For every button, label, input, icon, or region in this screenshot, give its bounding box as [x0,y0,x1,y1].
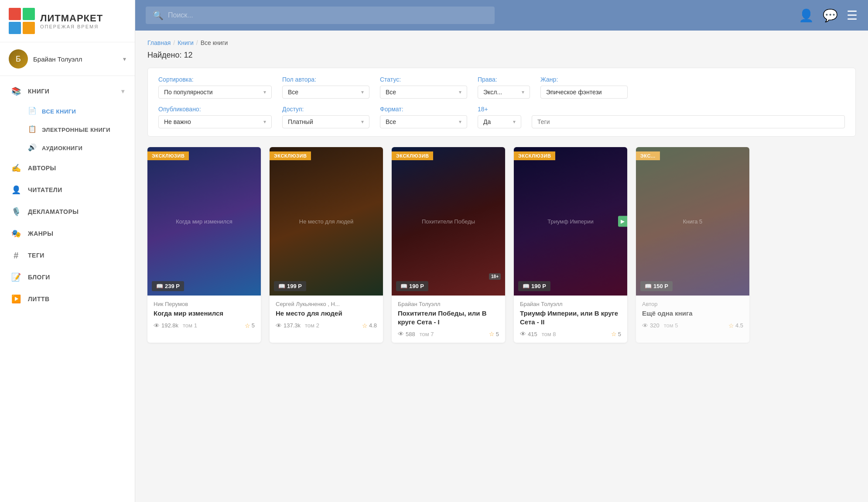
filter-sort-group: Сортировка: По популярности ▾ [158,76,272,99]
logo-icon [9,8,35,34]
user-section[interactable]: Б Брайан Толуэлл ▾ [0,42,135,76]
book-card-2[interactable]: Не место для людей ЭКСКЛЮЗИВ 📖 199 Р Сер… [270,147,383,343]
menu-icon[interactable]: ☰ [847,8,858,23]
filter-rights-label: Права: [478,76,530,83]
filter-genre-value: Эпическое фэнтези [546,89,602,96]
star-icon-4: ☆ [611,330,617,337]
sidebar-item-books[interactable]: 📚 КНИГИ ▾ [0,80,135,102]
svg-rect-1 [23,8,35,20]
sidebar-item-all-books[interactable]: 📄 ВСЕ КНИГИ [0,102,135,120]
status-chevron-icon: ▾ [455,89,461,95]
book-icon-3: 📖 [400,283,407,289]
main-content: 🔍 👤 💬 ☰ Главная / Книги / Все книги Найд… [135,0,868,502]
sidebar-item-litttv-label: ЛИТТВ [28,296,50,303]
tags-icon: # [10,250,22,261]
filter-genre-group: Жанр: Эпическое фэнтези [540,76,628,99]
filter-tags-input[interactable] [532,115,845,128]
rights-chevron-icon: ▾ [518,89,524,95]
sidebar-item-declamators-label: ДЕКЛАМАТОРЫ [28,208,79,215]
books-submenu: 📄 ВСЕ КНИГИ 📋 ЭЛЕКТРОННЫЕ КНИГИ 🔊 АУДИОК… [0,102,135,157]
search-input[interactable] [168,11,488,19]
book-cover-2: Не место для людей [270,147,383,296]
book-title-2: Не место для людей [276,309,377,318]
chat-icon[interactable]: 💬 [823,8,838,23]
results-count: Найдено: 12 [147,51,856,60]
svg-rect-2 [9,22,21,34]
book-cover-container-3: Похитители Победы ЭКСКЛЮЗИВ 📖 190 Р 18+ [392,147,505,296]
user-name: Брайан Толуэлл [33,55,82,63]
filter-gender-group: Пол автора: Все ▾ [282,76,369,99]
blogs-icon: 📝 [10,272,22,283]
sidebar-item-litttv[interactable]: ▶️ ЛИТТВ [0,288,135,310]
book-cover-container-2: Не место для людей ЭКСКЛЮЗИВ 📖 199 Р [270,147,383,296]
sidebar-item-genres[interactable]: 🎭 ЖАНРЫ [0,223,135,244]
chevron-down-icon: ▾ [121,88,125,95]
topbar: 🔍 👤 💬 ☰ [135,0,868,31]
book-volume-2: том 2 [305,322,319,329]
sidebar-item-authors[interactable]: ✍️ АВТОРЫ [0,157,135,179]
filter-format-select[interactable]: Все ▾ [380,115,467,128]
book-title-3: Похитители Победы, или В круге Сета - I [398,309,499,326]
book-meta-5: 👁 320 том 5 ☆ 4.5 [642,322,743,329]
filter-format-group: Формат: Все ▾ [380,106,467,128]
filter-published-value: Не важно [164,118,191,125]
price-badge-4: 📖 190 Р [518,281,550,291]
sidebar-item-audiobooks[interactable]: 🔊 АУДИОКНИГИ [0,139,135,157]
filter-18plus-select[interactable]: Да ▾ [478,115,521,128]
filter-rights-select[interactable]: Эксл... ▾ [478,86,530,99]
sidebar-item-audiobooks-label: АУДИОКНИГИ [42,145,82,151]
breadcrumb-home[interactable]: Главная [147,39,171,46]
book-info-3: Брайан Толуэлл Похитители Победы, или В … [392,296,505,343]
book-volume-4: том 8 [542,331,556,337]
book-card-1[interactable]: Когда мир изменился ЭКСКЛЮЗИВ 📖 239 Р Ни… [147,147,261,343]
book-info-4: Брайан Толуэлл Триумф Империи, или В кру… [514,296,627,343]
filter-18plus-group: 18+ Да ▾ [478,106,521,128]
filter-gender-label: Пол автора: [282,76,369,83]
filter-status-label: Статус: [380,76,467,83]
book-card-3[interactable]: Похитители Победы ЭКСКЛЮЗИВ 📖 190 Р 18+ … [392,147,505,343]
price-badge-1: 📖 239 Р [152,281,184,291]
sidebar-item-blogs[interactable]: 📝 БЛОГИ [0,266,135,288]
search-container[interactable]: 🔍 [146,7,495,24]
content-area: Главная / Книги / Все книги Найдено: 12 … [135,31,868,502]
exclusive-badge-3: ЭКСКЛЮЗИВ [392,151,433,160]
filter-status-select[interactable]: Все ▾ [380,86,467,99]
sidebar-item-genres-label: ЖАНРЫ [28,230,53,237]
authors-icon: ✍️ [10,162,22,174]
book-card-4[interactable]: Триумф Империи ЭКСКЛЮЗИВ 📖 190 Р ▶ Брайа… [514,147,627,343]
book-cover-container-1: Когда мир изменился ЭКСКЛЮЗИВ 📖 239 Р [147,147,261,296]
search-icon: 🔍 [153,10,164,21]
books-grid: Когда мир изменился ЭКСКЛЮЗИВ 📖 239 Р Ни… [147,147,856,343]
sidebar-item-tags-label: ТЕГИ [28,252,44,259]
audio-badge-4: ▶ [618,216,627,227]
sidebar-item-readers-label: ЧИТАТЕЛИ [28,186,62,193]
breadcrumb-books[interactable]: Книги [178,39,194,46]
star-icon-3: ☆ [489,330,495,337]
logo-text: ЛИТМАРКЕТ ОПЕРЕЖАЯ ВРЕМЯ [40,13,103,29]
sidebar-item-declamators[interactable]: 🎙️ ДЕКЛАМАТОРЫ [0,201,135,223]
filter-access-select[interactable]: Платный ▾ [282,115,369,128]
ebooks-icon: 📋 [28,125,38,134]
book-cover-container-4: Триумф Империи ЭКСКЛЮЗИВ 📖 190 Р ▶ [514,147,627,296]
filter-sort-select[interactable]: По популярности ▾ [158,86,272,99]
book-meta-3: 👁 588 том 7 ☆ 5 [398,330,499,337]
filter-genre-select[interactable]: Эпическое фэнтези [540,86,628,99]
published-chevron-icon: ▾ [260,119,266,125]
eye-icon-1: 👁 [154,322,160,329]
nav-section: 📚 КНИГИ ▾ 📄 ВСЕ КНИГИ 📋 ЭЛЕКТРОННЫЕ КНИГ… [0,76,135,314]
filters-panel: Сортировка: По популярности ▾ Пол автора… [147,68,856,137]
filter-gender-select[interactable]: Все ▾ [282,86,369,99]
price-badge-2: 📖 199 Р [274,281,306,291]
book-cover-5: Книга 5 [636,147,749,296]
book-author-1: Ник Перумов [154,301,255,307]
book-rating-2: ☆ 4.8 [362,322,377,329]
eye-icon-2: 👁 [276,322,282,329]
book-card-5[interactable]: Книга 5 ЭКС... 📖 150 Р Автор Ещё одна кн… [636,147,749,343]
profile-icon[interactable]: 👤 [799,8,814,23]
filter-published-select[interactable]: Не важно ▾ [158,115,272,128]
sidebar-item-ebooks[interactable]: 📋 ЭЛЕКТРОННЫЕ КНИГИ [0,120,135,139]
book-author-5: Автор [642,301,743,307]
sidebar-item-readers[interactable]: 👤 ЧИТАТЕЛИ [0,179,135,201]
sidebar-item-tags[interactable]: # ТЕГИ [0,244,135,266]
book-rating-4: ☆ 5 [611,330,621,337]
